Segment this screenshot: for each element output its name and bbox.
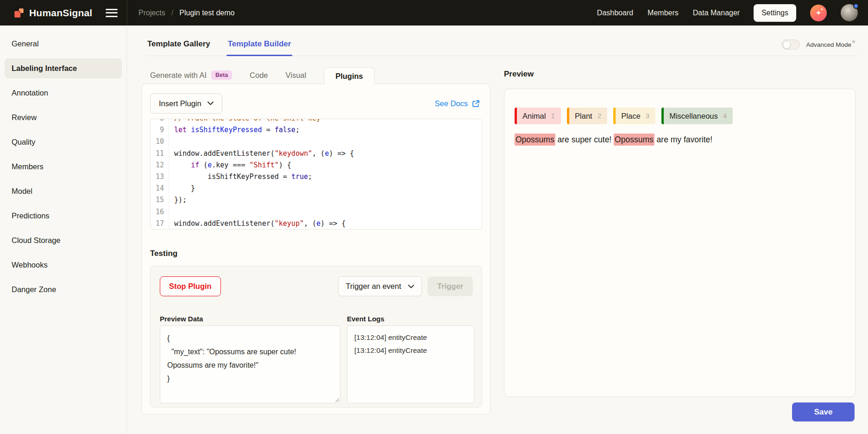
trigger-event-select[interactable]: Trigger an event <box>338 276 422 296</box>
topbar-left: HumanSignal <box>0 6 127 19</box>
topbar: HumanSignal Projects / Plugin test demo … <box>0 0 868 26</box>
label-name: Plant <box>575 112 592 121</box>
template-tabs: Template Gallery Template Builder <box>147 26 291 56</box>
see-docs-link[interactable]: See Docs <box>434 93 480 114</box>
sidebar-item-predictions[interactable]: Predictions <box>5 206 122 226</box>
line-number: 17 <box>151 218 169 230</box>
stop-plugin-button[interactable]: Stop Plugin <box>160 276 221 296</box>
sidebar-item-model[interactable]: Model <box>5 181 122 201</box>
sidebar-menu: GeneralLabeling InterfaceAnnotationRevie… <box>0 34 126 300</box>
plugins-panel: Insert Plugin See Docs 8// Track the sta… <box>141 83 491 415</box>
code-token: "Shift" <box>250 161 279 169</box>
sidebar-item-webhooks[interactable]: Webhooks <box>5 255 122 275</box>
testing-panel: Stop Plugin Trigger an event Trigger Pre… <box>150 266 482 408</box>
subtab-generate-with-ai[interactable]: Generate with AI Beta <box>150 70 232 84</box>
sidebar-item-members[interactable]: Members <box>5 157 122 177</box>
subtab-code[interactable]: Code <box>250 71 268 84</box>
event-log-entry: [13:12:04] entityCreate <box>354 331 467 344</box>
main-content: Template Gallery Template Builder Advanc… <box>127 26 868 434</box>
sidebar-item-general[interactable]: General <box>5 34 122 54</box>
label-color-bar <box>613 108 616 124</box>
text-segment: are super cute! <box>555 135 614 144</box>
breadcrumb: Projects / Plugin test demo <box>138 9 234 17</box>
code-token: ) => { <box>329 149 354 158</box>
topbar-divider <box>127 0 127 26</box>
brand-logo[interactable]: HumanSignal <box>13 7 92 19</box>
code-line-14: 14 } <box>151 183 482 194</box>
event-logs-box: [13:12:04] entityCreate[13:12:04] entity… <box>347 326 474 403</box>
ai-assistant-button[interactable]: ✦ ✦ <box>810 5 827 21</box>
advanced-mode-label: Advanced Mode <box>806 41 851 48</box>
line-number: 10 <box>151 136 169 147</box>
tab-template-gallery[interactable]: Template Gallery <box>147 39 210 49</box>
label-chip-place[interactable]: Place3 <box>613 108 655 124</box>
code-token: , ( <box>304 219 316 228</box>
label-chips: Animal1Plant2Place3Miscellaneous4 <box>515 108 733 124</box>
line-number: 14 <box>151 183 169 194</box>
code-token: ( <box>199 161 208 169</box>
code-token: window.addEventListener( <box>174 149 275 158</box>
label-hotkey: 2 <box>598 112 602 120</box>
insert-plugin-label: Insert Plugin <box>159 99 201 108</box>
preview-text[interactable]: Opossums are super cute! Opossums are my… <box>515 134 712 146</box>
code-token: ) => { <box>321 219 346 228</box>
settings-sidebar: GeneralLabeling InterfaceAnnotationRevie… <box>0 26 127 434</box>
subtab-plugins[interactable]: Plugins <box>324 67 375 84</box>
resize-handle-icon[interactable] <box>335 398 340 402</box>
sparkle-small-icon: ✦ <box>820 7 824 12</box>
code-text: if (e.key === "Shift") { <box>169 160 291 171</box>
preview-data-input[interactable]: { "my_text": "Opossums are super cute! O… <box>160 326 340 403</box>
code-editor[interactable]: 8// Track the state of the shift key9let… <box>150 119 482 230</box>
code-line-12: 12 if (e.key === "Shift") { <box>151 160 482 171</box>
tab-template-builder[interactable]: Template Builder <box>228 39 291 49</box>
subtab-visual[interactable]: Visual <box>286 71 307 84</box>
code-line-16: 16 <box>151 206 482 218</box>
see-docs-label: See Docs <box>434 99 468 108</box>
external-link-icon <box>472 100 480 108</box>
code-token: isShiftKeyPressed <box>191 126 262 134</box>
code-text <box>169 136 174 147</box>
advanced-mode-toggle[interactable] <box>781 39 800 50</box>
highlighted-span: Opossums <box>614 134 654 146</box>
sidebar-item-annotation[interactable]: Annotation <box>5 83 122 103</box>
user-avatar[interactable] <box>841 4 858 21</box>
line-number: 9 <box>151 124 169 136</box>
breadcrumb-projects[interactable]: Projects <box>138 9 165 17</box>
preview-panel: Animal1Plant2Place3Miscellaneous4 Opossu… <box>504 89 855 397</box>
label-name: Miscellaneous <box>669 112 718 121</box>
sidebar-item-cloud-storage[interactable]: Cloud Storage <box>5 230 122 250</box>
label-chip-miscellaneous[interactable]: Miscellaneous4 <box>661 108 733 124</box>
label-chip-plant[interactable]: Plant2 <box>567 108 607 124</box>
humansignal-logo-icon <box>13 7 25 19</box>
code-token: = <box>262 126 275 134</box>
label-name: Place <box>621 112 640 121</box>
topbar-right: DashboardMembersData Manager Settings ✦ … <box>597 4 868 22</box>
sidebar-item-labeling-interface[interactable]: Labeling Interface <box>5 58 122 78</box>
testing-heading: Testing <box>150 249 177 258</box>
sidebar-item-review[interactable]: Review <box>5 108 122 128</box>
breadcrumb-separator: / <box>171 9 173 17</box>
nav-link-dashboard[interactable]: Dashboard <box>597 9 633 17</box>
sidebar-item-quality[interactable]: Quality <box>5 132 122 152</box>
nav-link-members[interactable]: Members <box>648 9 679 17</box>
online-status-dot <box>853 3 859 9</box>
chevron-down-icon <box>208 102 214 105</box>
code-token <box>174 161 191 169</box>
line-number: 12 <box>151 160 169 171</box>
save-button[interactable]: Save <box>792 402 855 421</box>
trigger-button[interactable]: Trigger <box>428 276 473 296</box>
nav-link-data-manager[interactable]: Data Manager <box>693 9 740 17</box>
code-text: window.addEventListener("keyup", (e) => … <box>169 218 346 230</box>
code-text: } <box>169 183 195 194</box>
code-token: .key === <box>212 161 249 169</box>
insert-plugin-button[interactable]: Insert Plugin <box>150 93 222 114</box>
highlighted-span: Opossums <box>515 134 555 146</box>
line-number: 8 <box>151 119 169 124</box>
label-chip-animal[interactable]: Animal1 <box>515 108 561 124</box>
hamburger-menu-icon[interactable] <box>106 6 118 19</box>
sidebar-item-danger-zone[interactable]: Danger Zone <box>5 280 122 300</box>
event-trigger-group: Trigger an event Trigger <box>338 276 473 296</box>
code-token: ; <box>308 172 312 181</box>
code-token: }); <box>174 196 187 204</box>
settings-button[interactable]: Settings <box>754 4 796 22</box>
